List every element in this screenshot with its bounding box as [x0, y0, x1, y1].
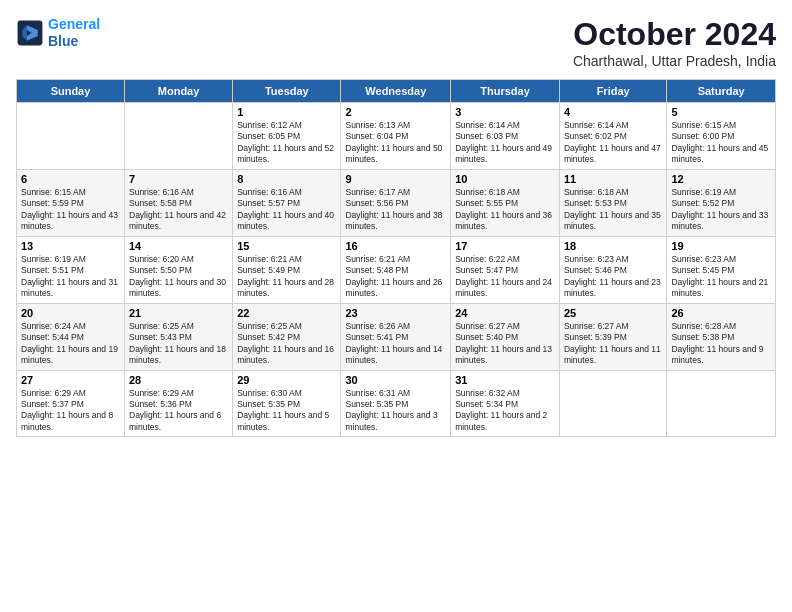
day-info: Sunrise: 6:28 AMSunset: 5:38 PMDaylight:… [671, 321, 771, 367]
calendar-day-cell: 22Sunrise: 6:25 AMSunset: 5:42 PMDayligh… [233, 303, 341, 370]
calendar-day-cell: 19Sunrise: 6:23 AMSunset: 5:45 PMDayligh… [667, 236, 776, 303]
day-number: 12 [671, 173, 771, 185]
calendar-day-cell: 28Sunrise: 6:29 AMSunset: 5:36 PMDayligh… [125, 370, 233, 437]
day-info: Sunrise: 6:25 AMSunset: 5:42 PMDaylight:… [237, 321, 336, 367]
day-info: Sunrise: 6:31 AMSunset: 5:35 PMDaylight:… [345, 388, 446, 434]
day-number: 29 [237, 374, 336, 386]
day-info: Sunrise: 6:14 AMSunset: 6:02 PMDaylight:… [564, 120, 662, 166]
day-number: 8 [237, 173, 336, 185]
calendar-day-cell: 11Sunrise: 6:18 AMSunset: 5:53 PMDayligh… [559, 169, 666, 236]
calendar-day-cell: 15Sunrise: 6:21 AMSunset: 5:49 PMDayligh… [233, 236, 341, 303]
calendar-day-cell: 1Sunrise: 6:12 AMSunset: 6:05 PMDaylight… [233, 103, 341, 170]
day-number: 14 [129, 240, 228, 252]
calendar-day-cell [559, 370, 666, 437]
day-info: Sunrise: 6:14 AMSunset: 6:03 PMDaylight:… [455, 120, 555, 166]
calendar-day-cell: 31Sunrise: 6:32 AMSunset: 5:34 PMDayligh… [451, 370, 560, 437]
day-info: Sunrise: 6:25 AMSunset: 5:43 PMDaylight:… [129, 321, 228, 367]
calendar-day-cell: 23Sunrise: 6:26 AMSunset: 5:41 PMDayligh… [341, 303, 451, 370]
calendar-day-header: Sunday [17, 80, 125, 103]
calendar-day-header: Monday [125, 80, 233, 103]
day-number: 9 [345, 173, 446, 185]
calendar-day-cell: 27Sunrise: 6:29 AMSunset: 5:37 PMDayligh… [17, 370, 125, 437]
day-info: Sunrise: 6:24 AMSunset: 5:44 PMDaylight:… [21, 321, 120, 367]
calendar-day-cell: 24Sunrise: 6:27 AMSunset: 5:40 PMDayligh… [451, 303, 560, 370]
day-number: 25 [564, 307, 662, 319]
location-subtitle: Charthawal, Uttar Pradesh, India [573, 53, 776, 69]
calendar-day-cell: 2Sunrise: 6:13 AMSunset: 6:04 PMDaylight… [341, 103, 451, 170]
calendar-day-cell: 21Sunrise: 6:25 AMSunset: 5:43 PMDayligh… [125, 303, 233, 370]
calendar-day-cell: 10Sunrise: 6:18 AMSunset: 5:55 PMDayligh… [451, 169, 560, 236]
day-info: Sunrise: 6:19 AMSunset: 5:52 PMDaylight:… [671, 187, 771, 233]
day-number: 31 [455, 374, 555, 386]
day-number: 4 [564, 106, 662, 118]
page: General Blue October 2024 Charthawal, Ut… [0, 0, 792, 612]
day-info: Sunrise: 6:27 AMSunset: 5:39 PMDaylight:… [564, 321, 662, 367]
day-info: Sunrise: 6:20 AMSunset: 5:50 PMDaylight:… [129, 254, 228, 300]
calendar-day-header: Thursday [451, 80, 560, 103]
calendar-day-cell: 4Sunrise: 6:14 AMSunset: 6:02 PMDaylight… [559, 103, 666, 170]
calendar-header-row: SundayMondayTuesdayWednesdayThursdayFrid… [17, 80, 776, 103]
calendar-day-cell: 14Sunrise: 6:20 AMSunset: 5:50 PMDayligh… [125, 236, 233, 303]
calendar-day-cell: 8Sunrise: 6:16 AMSunset: 5:57 PMDaylight… [233, 169, 341, 236]
logo-text: General Blue [48, 16, 100, 50]
day-info: Sunrise: 6:30 AMSunset: 5:35 PMDaylight:… [237, 388, 336, 434]
calendar-day-cell: 17Sunrise: 6:22 AMSunset: 5:47 PMDayligh… [451, 236, 560, 303]
calendar-day-cell: 3Sunrise: 6:14 AMSunset: 6:03 PMDaylight… [451, 103, 560, 170]
day-info: Sunrise: 6:18 AMSunset: 5:55 PMDaylight:… [455, 187, 555, 233]
day-number: 2 [345, 106, 446, 118]
logo: General Blue [16, 16, 100, 50]
day-info: Sunrise: 6:26 AMSunset: 5:41 PMDaylight:… [345, 321, 446, 367]
day-info: Sunrise: 6:15 AMSunset: 6:00 PMDaylight:… [671, 120, 771, 166]
day-info: Sunrise: 6:22 AMSunset: 5:47 PMDaylight:… [455, 254, 555, 300]
header: General Blue October 2024 Charthawal, Ut… [16, 16, 776, 69]
calendar-day-cell: 25Sunrise: 6:27 AMSunset: 5:39 PMDayligh… [559, 303, 666, 370]
day-number: 6 [21, 173, 120, 185]
day-number: 3 [455, 106, 555, 118]
day-number: 10 [455, 173, 555, 185]
month-title: October 2024 [573, 16, 776, 53]
calendar-day-cell [125, 103, 233, 170]
calendar-day-header: Wednesday [341, 80, 451, 103]
calendar-day-cell: 7Sunrise: 6:16 AMSunset: 5:58 PMDaylight… [125, 169, 233, 236]
day-info: Sunrise: 6:23 AMSunset: 5:46 PMDaylight:… [564, 254, 662, 300]
day-number: 23 [345, 307, 446, 319]
calendar-day-cell: 20Sunrise: 6:24 AMSunset: 5:44 PMDayligh… [17, 303, 125, 370]
day-info: Sunrise: 6:17 AMSunset: 5:56 PMDaylight:… [345, 187, 446, 233]
title-area: October 2024 Charthawal, Uttar Pradesh, … [573, 16, 776, 69]
day-info: Sunrise: 6:16 AMSunset: 5:57 PMDaylight:… [237, 187, 336, 233]
calendar-week-row: 27Sunrise: 6:29 AMSunset: 5:37 PMDayligh… [17, 370, 776, 437]
calendar-day-cell: 18Sunrise: 6:23 AMSunset: 5:46 PMDayligh… [559, 236, 666, 303]
day-number: 15 [237, 240, 336, 252]
day-number: 11 [564, 173, 662, 185]
day-info: Sunrise: 6:21 AMSunset: 5:49 PMDaylight:… [237, 254, 336, 300]
day-info: Sunrise: 6:15 AMSunset: 5:59 PMDaylight:… [21, 187, 120, 233]
calendar-day-cell: 29Sunrise: 6:30 AMSunset: 5:35 PMDayligh… [233, 370, 341, 437]
calendar-day-header: Friday [559, 80, 666, 103]
calendar-day-cell [17, 103, 125, 170]
day-info: Sunrise: 6:12 AMSunset: 6:05 PMDaylight:… [237, 120, 336, 166]
day-number: 5 [671, 106, 771, 118]
day-number: 26 [671, 307, 771, 319]
day-number: 22 [237, 307, 336, 319]
day-info: Sunrise: 6:32 AMSunset: 5:34 PMDaylight:… [455, 388, 555, 434]
day-info: Sunrise: 6:23 AMSunset: 5:45 PMDaylight:… [671, 254, 771, 300]
calendar-day-cell: 16Sunrise: 6:21 AMSunset: 5:48 PMDayligh… [341, 236, 451, 303]
calendar-day-cell: 30Sunrise: 6:31 AMSunset: 5:35 PMDayligh… [341, 370, 451, 437]
calendar-week-row: 1Sunrise: 6:12 AMSunset: 6:05 PMDaylight… [17, 103, 776, 170]
day-number: 13 [21, 240, 120, 252]
calendar-table: SundayMondayTuesdayWednesdayThursdayFrid… [16, 79, 776, 437]
day-number: 27 [21, 374, 120, 386]
day-number: 1 [237, 106, 336, 118]
calendar-week-row: 20Sunrise: 6:24 AMSunset: 5:44 PMDayligh… [17, 303, 776, 370]
calendar-day-cell: 26Sunrise: 6:28 AMSunset: 5:38 PMDayligh… [667, 303, 776, 370]
day-number: 16 [345, 240, 446, 252]
logo-icon [16, 19, 44, 47]
day-info: Sunrise: 6:27 AMSunset: 5:40 PMDaylight:… [455, 321, 555, 367]
calendar-day-cell: 5Sunrise: 6:15 AMSunset: 6:00 PMDaylight… [667, 103, 776, 170]
calendar-day-header: Saturday [667, 80, 776, 103]
day-number: 17 [455, 240, 555, 252]
calendar-day-cell: 12Sunrise: 6:19 AMSunset: 5:52 PMDayligh… [667, 169, 776, 236]
day-info: Sunrise: 6:19 AMSunset: 5:51 PMDaylight:… [21, 254, 120, 300]
svg-rect-0 [18, 20, 43, 45]
calendar-day-cell: 9Sunrise: 6:17 AMSunset: 5:56 PMDaylight… [341, 169, 451, 236]
